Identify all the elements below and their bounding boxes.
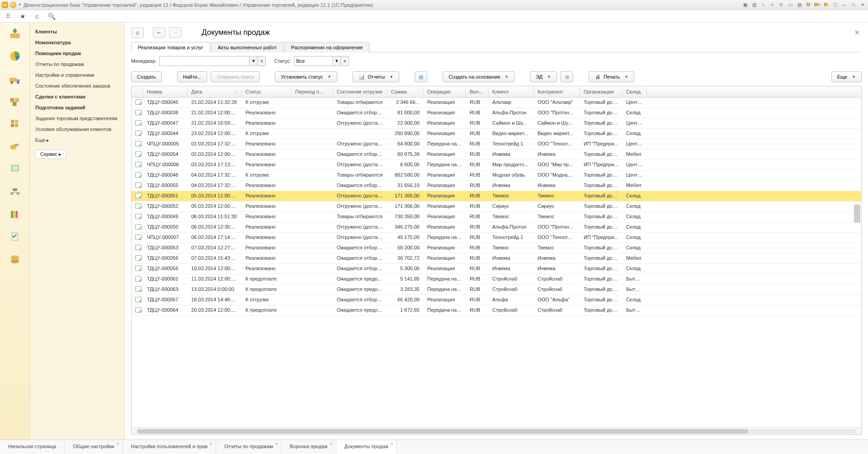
table-row[interactable]: ТДЦУ-00006313.03.2014 0:00:00К предоплат… xyxy=(132,285,861,295)
minimize-icon[interactable]: — xyxy=(841,2,848,8)
table-row[interactable]: ТДЦУ-00005402.03.2014 12:00:...Реализова… xyxy=(132,150,861,160)
grid-horizontal-scrollbar[interactable] xyxy=(132,427,861,435)
ed-button[interactable]: ЭД▼ xyxy=(530,71,557,82)
col-shipment[interactable]: Состояние отгрузки xyxy=(333,86,387,97)
excel-button[interactable]: ⊞ xyxy=(561,71,573,82)
favorites-star-icon[interactable]: ★ xyxy=(18,12,27,21)
col-number[interactable]: Номер xyxy=(143,86,188,97)
window-tab[interactable]: Отчеты по продажам✕ xyxy=(216,440,282,454)
col-operation[interactable]: Операция xyxy=(424,86,466,97)
tab-close-icon[interactable]: ✕ xyxy=(330,442,333,446)
table-row[interactable]: ТДЦУ-00003821.02.2014 12:00:...Реализова… xyxy=(132,108,861,118)
table-row[interactable]: ТДЦУ-00005607.03.2014 15:43:...Реализова… xyxy=(132,253,861,264)
nav-item[interactable]: Состояние обеспечения заказов xyxy=(30,80,124,91)
history-icon[interactable]: ⎌ xyxy=(33,12,42,21)
back-button[interactable]: ← xyxy=(153,27,165,38)
col-transition[interactable]: Переход п... xyxy=(292,86,333,97)
find-button[interactable]: Найти... xyxy=(177,71,208,82)
status-dropdown-icon[interactable]: ▼ xyxy=(333,56,341,66)
home-button[interactable]: ⌂ xyxy=(131,27,144,38)
create-button[interactable]: Создать xyxy=(131,71,162,82)
status-clear-icon[interactable]: × xyxy=(341,56,349,66)
tab[interactable]: Распоряжения на оформление xyxy=(284,42,369,52)
tab[interactable]: Акты выполненных работ xyxy=(211,42,283,52)
nav-more[interactable]: Еще ▸ xyxy=(30,135,124,146)
table-row[interactable]: ТДЦУ-00005006.03.2014 12:35:...Реализова… xyxy=(132,222,861,233)
table-row[interactable]: ТДЦУ-00004423.02.2014 12:00:...К отгрузк… xyxy=(132,129,861,139)
calc-m-minus[interactable]: M- xyxy=(823,2,830,8)
grid-body[interactable]: ТДЦУ-00004521.02.2014 11:32:28К отгрузке… xyxy=(132,98,861,427)
table-row[interactable]: ТДЦУ-00005307.03.2014 12:27:...Реализова… xyxy=(132,243,861,253)
tb-icon-7[interactable]: ▤ xyxy=(796,2,803,8)
calc-m-plus[interactable]: M+ xyxy=(814,2,821,8)
service-button[interactable]: Сервис ▸ xyxy=(35,150,66,159)
table-row[interactable]: ТДЦУ-00004521.02.2014 11:32:28К отгрузке… xyxy=(132,98,861,108)
window-tab[interactable]: Начальная страница xyxy=(0,440,65,454)
col-currency[interactable]: Вал... xyxy=(466,86,489,97)
section-icon-reports[interactable] xyxy=(6,48,24,64)
nav-item[interactable]: Клиенты xyxy=(30,26,124,37)
table-row[interactable]: ЧПЦУ-00000706.03.2014 17:14:...Реализова… xyxy=(132,233,861,243)
table-row[interactable]: ТДЦУ-00005810.03.2014 12:00:...Реализова… xyxy=(132,264,861,274)
tab-close-icon[interactable]: ✕ xyxy=(390,442,394,446)
manager-clear-icon[interactable]: × xyxy=(258,56,266,66)
tb-icon-1[interactable]: ▦ xyxy=(741,2,749,8)
apps-grid-icon[interactable]: ⠿ xyxy=(4,12,13,21)
col-client[interactable]: Клиент xyxy=(489,86,534,97)
status-input[interactable] xyxy=(294,56,333,66)
section-icon-docs[interactable] xyxy=(6,161,24,177)
list-view-button[interactable]: ▤ xyxy=(415,71,427,82)
tb-icon-4[interactable]: ★ xyxy=(769,2,776,8)
window-tab[interactable]: Настройки пользователей и прав✕ xyxy=(123,440,216,454)
tb-icon-6[interactable]: ▭ xyxy=(787,2,794,8)
maximize-icon[interactable]: □ xyxy=(850,2,857,8)
tab-close-icon[interactable]: ✕ xyxy=(275,442,278,446)
section-icon-warehouse[interactable] xyxy=(6,93,24,109)
col-icon[interactable] xyxy=(132,86,143,97)
close-page-icon[interactable]: ✕ xyxy=(853,27,862,38)
section-icon-library[interactable] xyxy=(6,206,24,222)
tb-icon-3[interactable]: ↻ xyxy=(760,2,767,8)
section-icon-db[interactable] xyxy=(6,251,24,267)
calc-m[interactable]: M xyxy=(805,2,812,8)
section-icon-purchases[interactable] xyxy=(6,116,24,132)
section-icon-tasks[interactable] xyxy=(6,229,24,245)
close-icon[interactable]: ✕ xyxy=(859,2,866,8)
more-button[interactable]: Еще▼ xyxy=(831,71,862,82)
dropdown-orb-icon[interactable] xyxy=(10,2,16,8)
print-button[interactable]: 🖨Печать▼ xyxy=(589,71,634,82)
window-tab[interactable]: Документы продаж✕ xyxy=(336,440,397,454)
forward-button[interactable]: → xyxy=(169,27,182,38)
window-tab[interactable]: Общие настройки✕ xyxy=(65,440,123,454)
nav-item[interactable]: Сделки с клиентами xyxy=(30,91,124,102)
section-icon-org[interactable] xyxy=(6,183,24,200)
section-icon-finance[interactable] xyxy=(6,138,24,154)
col-status[interactable]: Статус xyxy=(242,86,292,97)
search-icon[interactable]: 🔍 xyxy=(47,12,56,21)
info-icon[interactable]: ⓘ xyxy=(832,2,839,8)
section-icon-crm[interactable] xyxy=(6,25,24,42)
nav-item[interactable]: Настройки и справочники xyxy=(30,70,124,80)
tab-close-icon[interactable]: ✕ xyxy=(209,442,213,446)
reports-button[interactable]: 📊Отчеты▼ xyxy=(353,71,399,82)
manager-dropdown-icon[interactable]: ▼ xyxy=(250,56,258,66)
manager-input[interactable] xyxy=(159,56,250,66)
create-based-button[interactable]: Создать на основании▼ xyxy=(443,71,514,82)
nav-item[interactable]: Условия обслуживания клиентов xyxy=(30,124,124,135)
table-row[interactable]: ТДЦУ-00004721.02.2014 16:59:...Реализова… xyxy=(132,118,861,129)
table-row[interactable]: ТДЦУ-00005718.03.2014 14:46:...К отгрузк… xyxy=(132,295,861,305)
table-row[interactable]: ТДЦУ-00004906.03.2014 11:51:30Реализован… xyxy=(132,212,861,222)
col-warehouse[interactable]: Склад xyxy=(623,86,647,97)
nav-item[interactable]: Помощник продаж xyxy=(30,48,124,59)
col-sum[interactable]: Сумма xyxy=(387,86,424,97)
nav-item[interactable]: Отчеты по продажам xyxy=(30,59,124,70)
table-row[interactable]: ЧПЦУ-00000603.03.2014 17:13:...Реализова… xyxy=(132,160,861,170)
table-row[interactable]: ТДЦУ-00006211.03.2014 12:00:...К предопл… xyxy=(132,274,861,285)
window-tab[interactable]: Воронка продаж✕ xyxy=(282,440,336,454)
tab-close-icon[interactable]: ✕ xyxy=(116,442,120,446)
tab[interactable]: Реализации товаров и услуг xyxy=(131,42,210,52)
col-date[interactable]: Дата↓ xyxy=(188,86,242,97)
table-row[interactable]: ТДЦУ-00005504.03.2014 17:32:...Реализова… xyxy=(132,181,861,191)
table-row[interactable]: ТДЦУ-00006420.03.2014 12:00:...К предопл… xyxy=(132,305,861,316)
table-row[interactable]: ТДЦУ-00005205.03.2014 12:00:...Реализова… xyxy=(132,201,861,212)
